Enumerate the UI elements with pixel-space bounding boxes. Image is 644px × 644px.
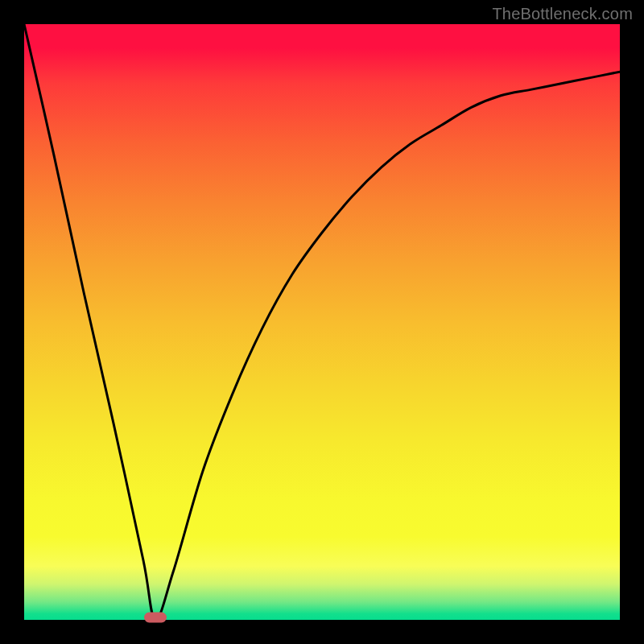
attribution-text: TheBottleneck.com bbox=[492, 5, 633, 23]
plot-area bbox=[24, 24, 620, 620]
bottleneck-curve bbox=[24, 24, 620, 620]
curve-svg bbox=[24, 24, 620, 620]
chart-container: TheBottleneck.com bbox=[0, 0, 644, 644]
minimum-marker bbox=[144, 613, 167, 623]
